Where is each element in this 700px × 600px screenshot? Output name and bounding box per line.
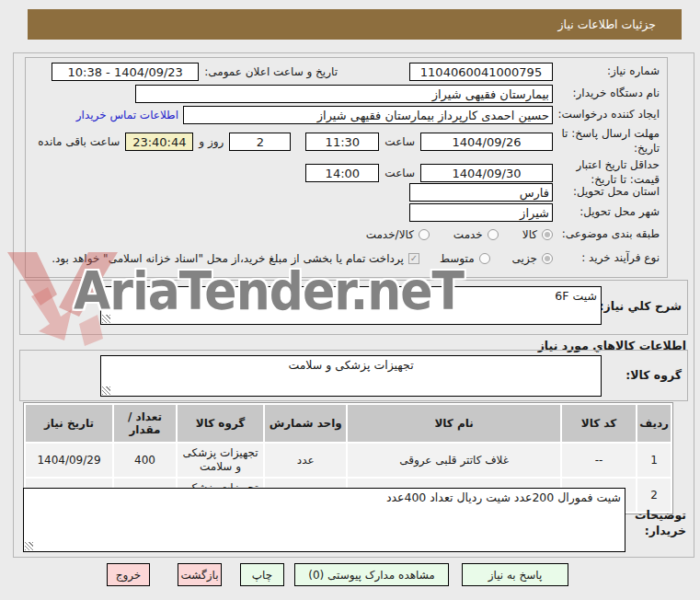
buyer-org-label: نام دستگاه خریدار:	[553, 87, 660, 101]
page-title: جزئیات اطلاعات نیاز	[28, 9, 682, 40]
province-field[interactable]: فارس	[409, 183, 553, 202]
category-option-service-label: خدمت	[453, 228, 483, 241]
cell-unit: عدد	[265, 444, 346, 477]
row-deadline: مهلت ارسال پاسخ: تا تاریخ: 1404/09/26 سا…	[31, 126, 660, 157]
price-validity-time-field[interactable]: 14:00	[305, 164, 379, 182]
row-category: طبقه بندی موضوعی: کالا خدمت کالا/خدمت	[31, 225, 660, 245]
cell-item-name: غلاف کاتتر قلبی عروقی	[348, 444, 559, 477]
deadline-hour-label: ساعت	[384, 135, 415, 148]
category-option-goods[interactable]: کالا	[522, 228, 553, 241]
goods-group-panel: گروه کالا: تجهیزات پزشکی و سلامت	[19, 350, 688, 401]
process-option-minor[interactable]: جزیی	[512, 252, 553, 265]
respond-to-need-button[interactable]: پاسخ به نیاز	[462, 563, 568, 586]
radio-unselected-icon[interactable]	[479, 253, 490, 264]
countdown-suffix-label: ساعت باقی مانده	[38, 135, 120, 148]
buyer-contact-link[interactable]: اطلاعات تماس خریدار	[76, 109, 178, 121]
category-option-service[interactable]: خدمت	[453, 228, 499, 241]
row-process-type: نوع فرآیند خرید : جزیی متوسط ✓ پرداخت تم…	[31, 248, 660, 269]
need-number-field[interactable]: 1104060041000795	[409, 63, 553, 81]
buyer-org-field[interactable]: بیمارستان فقیهی شیراز	[135, 85, 553, 103]
payment-note-label: پرداخت تمام یا بخشی از مبلغ خرید،از محل …	[52, 252, 404, 265]
cell-quantity: 400	[114, 444, 176, 477]
cell-row-number: 2	[637, 479, 671, 512]
requester-field[interactable]: حسین احمدی کارپرداز بیمارستان فقیهی شیرا…	[183, 106, 553, 124]
table-row: 1 -- غلاف کاتتر قلبی عروقی عدد تجهیزات پ…	[26, 444, 671, 477]
need-number-label: شماره نیاز:	[553, 64, 660, 79]
radio-selected-icon[interactable]	[542, 229, 553, 240]
announce-datetime-label: تاریخ و ساعت اعلان عمومی:	[204, 65, 338, 78]
need-info-panel: شماره نیاز: 1104060041000795 تاریخ و ساع…	[25, 57, 668, 278]
col-row-number: ردیف	[637, 405, 671, 442]
days-remaining-field[interactable]: 2	[229, 133, 291, 151]
city-label: شهر محل تحویل:	[553, 205, 660, 220]
resize-handle-icon[interactable]	[102, 315, 110, 323]
page-title-text: جزئیات اطلاعات نیاز	[558, 17, 656, 31]
payment-note-option[interactable]: ✓ پرداخت تمام یا بخشی از مبلغ خرید،از مح…	[52, 252, 419, 265]
cell-need-date: 1404/09/29	[26, 444, 112, 477]
category-option-goods-service-label: کالا/خدمت	[366, 228, 414, 241]
days-suffix-label: روز و	[199, 135, 224, 148]
col-group: گروه کالا	[178, 405, 263, 442]
col-unit: واحد شمارش	[265, 405, 346, 442]
need-description-value: شیت 6F	[555, 289, 597, 303]
row-need-number: شماره نیاز: 1104060041000795 تاریخ و ساع…	[31, 62, 660, 82]
cell-group: تجهیزات پزشکی و سلامت	[178, 444, 263, 477]
goods-table-header-row: ردیف کد کالا نام کالا واحد شمارش گروه کا…	[26, 405, 671, 442]
cell-item-code: --	[562, 444, 636, 477]
row-province: استان محل تحویل: فارس	[31, 182, 660, 202]
category-label: طبقه بندی موضوعی:	[553, 227, 660, 242]
col-item-code: کد کالا	[562, 405, 636, 442]
col-item-name: نام کالا	[348, 405, 559, 442]
province-label: استان محل تحویل:	[553, 185, 660, 200]
content-container: شماره نیاز: 1104060041000795 تاریخ و ساع…	[13, 52, 694, 558]
buyer-notes-textarea[interactable]: شیت فمورال 200عدد شیت ردیال تعداد 400عدد	[23, 488, 625, 552]
view-attachments-button[interactable]: مشاهده مدارک پیوستی (0)	[294, 563, 449, 586]
category-option-goods-label: کالا	[522, 228, 537, 241]
col-quantity: تعداد / مقدار	[114, 405, 176, 442]
goods-group-value: تجهیزات پزشکی و سلامت	[288, 358, 413, 372]
print-button[interactable]: چاپ	[240, 563, 284, 586]
deadline-label: مهلت ارسال پاسخ: تا تاریخ:	[553, 127, 660, 156]
radio-selected-icon[interactable]	[542, 253, 553, 264]
need-description-panel: شرح کلي نیاز: شیت 6F	[19, 280, 688, 335]
col-need-date: تاریخ نیاز	[26, 405, 112, 442]
buyer-notes-label: توضیحات خریدار:	[629, 508, 686, 539]
need-description-textarea[interactable]: شیت 6F	[100, 286, 602, 325]
process-type-label: نوع فرآیند خرید :	[553, 251, 660, 266]
announce-datetime-field[interactable]: 1404/09/23 - 10:38	[52, 63, 199, 81]
deadline-date-field[interactable]: 1404/09/26	[420, 133, 553, 151]
category-option-goods-service[interactable]: کالا/خدمت	[366, 228, 430, 241]
process-option-medium-label: متوسط	[440, 252, 475, 265]
back-button[interactable]: بازگشت	[178, 563, 222, 586]
process-option-minor-label: جزیی	[512, 252, 537, 265]
resize-handle-icon[interactable]	[25, 542, 33, 550]
city-field[interactable]: شیراز	[409, 203, 553, 222]
countdown-timer: 23:40:44	[125, 133, 193, 151]
action-button-row: پاسخ به نیاز مشاهده مدارک پیوستی (0) چاپ…	[107, 563, 568, 586]
checked-checkbox-icon[interactable]: ✓	[408, 253, 419, 264]
radio-unselected-icon[interactable]	[488, 229, 499, 240]
goods-group-textarea[interactable]: تجهیزات پزشکی و سلامت	[100, 355, 602, 397]
cell-row-number: 1	[637, 444, 671, 477]
resize-handle-icon[interactable]	[102, 387, 110, 395]
row-requester: ایجاد کننده درخواست: حسین احمدی کارپرداز…	[31, 105, 660, 125]
price-validity-hour-label: ساعت	[384, 167, 415, 179]
buyer-notes-value: شیت فمورال 200عدد شیت ردیال تعداد 400عدد	[386, 490, 621, 504]
requester-label: ایجاد کننده درخواست:	[553, 108, 660, 122]
row-city: شهر محل تحویل: شیراز	[31, 202, 660, 223]
goods-group-label: گروه کالا:	[625, 368, 682, 382]
exit-button[interactable]: خروج	[107, 563, 150, 586]
price-validity-date-field[interactable]: 1404/09/30	[420, 164, 553, 182]
radio-unselected-icon[interactable]	[419, 229, 430, 240]
need-description-label: شرح کلي نیاز:	[600, 299, 682, 313]
tender-detail-page: { "header": {"title": "جزئیات اطلاعات نی…	[0, 0, 700, 600]
row-buyer-org: نام دستگاه خریدار: بیمارستان فقیهی شیراز	[31, 84, 660, 104]
deadline-time-field[interactable]: 11:30	[305, 133, 379, 151]
process-option-medium[interactable]: متوسط	[440, 252, 490, 265]
